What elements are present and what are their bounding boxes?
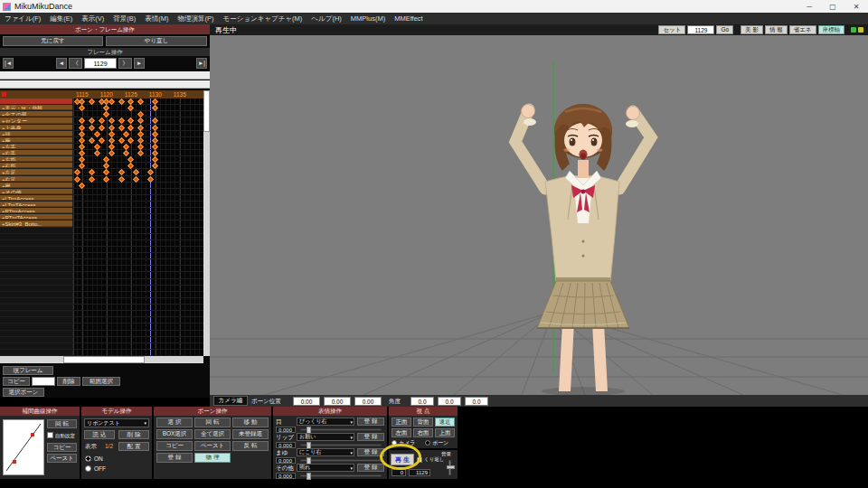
keyframe-diamond[interactable] [147, 176, 154, 183]
marker-strip-bottom[interactable] [0, 80, 210, 89]
frame-first-button[interactable]: |◄ [3, 58, 14, 69]
keyframe-diamond[interactable] [137, 150, 144, 156]
keyframe-diamond[interactable] [137, 99, 144, 105]
bone-group-label[interactable]: +左足 [0, 169, 72, 174]
keyframe-diamond[interactable] [79, 183, 85, 189]
keyframe-diamond[interactable] [127, 156, 134, 163]
angle-z-field[interactable]: 0.0 [465, 397, 488, 406]
auto-set-checkbox[interactable] [47, 432, 53, 438]
bone-group-label[interactable]: +表示・IK・外観 [0, 105, 72, 110]
morph-select[interactable]: にこり右▾ [297, 448, 354, 456]
menu-item[interactable]: 表示(V) [77, 13, 108, 24]
timeline-row[interactable] [0, 253, 203, 259]
morph-select[interactable]: 照れ▾ [297, 464, 354, 472]
redo-button[interactable]: やり直し [106, 36, 207, 46]
timeline-row[interactable]: +頭 [0, 131, 203, 137]
morph-slider[interactable] [300, 474, 382, 477]
morph-value-field[interactable]: 0.000 [276, 442, 296, 448]
keyframe-diamond[interactable] [103, 156, 109, 163]
morph-select[interactable]: お願い▾ [297, 433, 354, 441]
menu-item[interactable]: ヘルプ(H) [307, 13, 345, 24]
play-to-field[interactable]: 1129 [409, 469, 430, 476]
marker-strip-top[interactable] [0, 71, 210, 80]
bone-group-label[interactable]: +右足 [0, 176, 72, 182]
frame-number-input[interactable]: 1129 [84, 58, 117, 69]
bone-group-label[interactable]: +Skirt#3_Botto... [0, 221, 72, 226]
timeline-row[interactable] [0, 228, 203, 234]
timeline-row[interactable]: +LTmTAccess... [0, 202, 203, 208]
keyframe-diamond[interactable] [123, 131, 129, 137]
viewport-button[interactable]: 情 報 [765, 25, 788, 34]
keyframe-diamond[interactable] [152, 137, 158, 144]
keyframe-diamond[interactable] [93, 131, 99, 137]
frame-prev-page-button[interactable]: ◄ [56, 58, 67, 69]
go-button[interactable]: Go [716, 25, 733, 34]
bone-op-button[interactable]: 未登録選 [232, 429, 269, 439]
keyframe-diamond[interactable] [152, 144, 158, 150]
keyframe-diamond[interactable] [103, 111, 109, 117]
menu-item[interactable]: 表情(M) [140, 13, 173, 24]
view-button[interactable]: 正面 [392, 418, 411, 427]
bone-op-button[interactable]: ペースト [194, 441, 231, 451]
volume-slider-thumb[interactable] [447, 465, 455, 469]
bone-op-button[interactable]: 登 録 [156, 453, 193, 463]
goto-frame-field[interactable]: 1129 [687, 25, 714, 34]
keyframe-diamond[interactable] [89, 125, 95, 131]
menu-item[interactable]: 背景(B) [108, 13, 140, 24]
view-button[interactable]: 遠近 [435, 418, 455, 427]
frame-next-page-button[interactable]: ► [134, 58, 145, 69]
model-delete-button[interactable]: 削 除 [118, 430, 149, 439]
current-frame-button[interactable]: 現フレーム [3, 366, 53, 375]
timeline-row[interactable]: +センター [0, 117, 203, 124]
viewport-button[interactable]: 省エネ [789, 25, 816, 34]
keyframe-diamond[interactable] [74, 169, 80, 175]
timeline-row[interactable] [0, 311, 203, 317]
keyframe-diamond[interactable] [79, 144, 85, 150]
timeline-row[interactable]: +上半身 [0, 125, 203, 131]
keyframe-diamond[interactable] [74, 176, 80, 183]
bone-group-label[interactable]: +LTimAccess... [0, 195, 72, 201]
timeline-row[interactable] [0, 279, 203, 286]
bone-group-label[interactable]: +その他 [0, 189, 72, 194]
keyframe-diamond[interactable] [89, 137, 95, 144]
bone-mode-radio[interactable] [425, 440, 430, 446]
keyframe-diamond[interactable] [127, 137, 134, 144]
bone-op-button[interactable]: 物 理 [194, 453, 231, 463]
bone-group-label[interactable]: +裾 [0, 183, 72, 188]
bone-x-field[interactable]: 0.00 [293, 397, 320, 406]
keyframe-diamond[interactable] [152, 99, 158, 105]
keyframe-diamond[interactable] [137, 125, 144, 131]
timeline-row[interactable] [0, 266, 203, 272]
model-select[interactable]: リボンテスト ▾ [84, 418, 149, 427]
keyframe-diamond[interactable] [103, 176, 109, 183]
keyframe-diamond[interactable] [118, 117, 124, 124]
morph-slider[interactable] [300, 428, 382, 431]
bone-group-label[interactable]: +腕 [0, 137, 72, 143]
keyframe-diamond[interactable] [89, 117, 95, 124]
bone-group-label[interactable]: +RTimAccess... [0, 208, 72, 213]
bone-op-button[interactable]: 全て選択 [194, 429, 231, 439]
bone-op-button[interactable]: コピー [156, 441, 193, 451]
bone-group-label[interactable]: +右手 [0, 150, 72, 155]
keyframe-diamond[interactable] [89, 99, 95, 105]
keyframe-diamond[interactable] [127, 99, 134, 105]
bone-group-label[interactable]: +右指 [0, 163, 72, 168]
frame-prev-button[interactable]: 《 [69, 58, 82, 69]
view-button[interactable]: 上面 [435, 428, 455, 437]
timeline-row[interactable] [0, 305, 203, 311]
timeline-vertical-scrollbar[interactable] [203, 90, 210, 356]
keyframe-diamond[interactable] [99, 117, 105, 124]
morph-register-button[interactable]: 登 録 [357, 448, 384, 456]
keyframe-diamond[interactable] [152, 125, 158, 131]
timeline-row[interactable] [0, 234, 203, 240]
timeline-row[interactable]: +表示・IK・外観 [0, 105, 203, 111]
bone-group-label[interactable]: +頭 [0, 131, 72, 136]
interp-rotate-button[interactable]: 回 転 [47, 419, 77, 428]
menu-item[interactable]: MMEffect [390, 13, 428, 24]
keyframe-diamond[interactable] [152, 163, 158, 169]
keyframe-diamond[interactable] [137, 131, 144, 137]
play-from-field[interactable]: 0 [392, 469, 406, 476]
interpolation-curve-editor[interactable] [3, 419, 44, 475]
timeline-row[interactable]: +左手 [0, 144, 203, 150]
model-load-button[interactable]: 読 込 [84, 430, 115, 439]
